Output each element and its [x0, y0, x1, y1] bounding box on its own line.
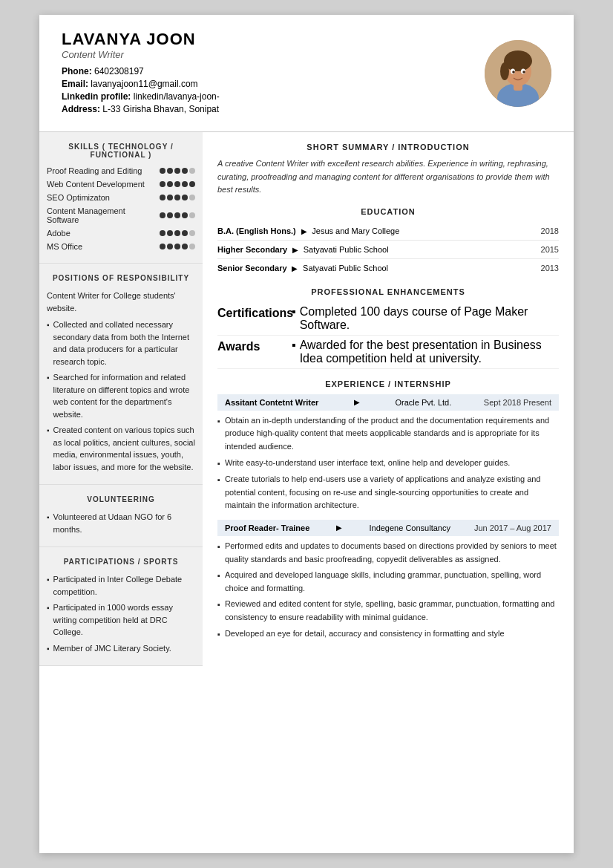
skill-dots — [160, 168, 195, 174]
job-bullet: Reviewed and edited content for style, s… — [217, 598, 559, 624]
job-entry: Assitant Contetnt Writer ▶ Oracle Pvt. L… — [217, 394, 559, 512]
skill-name: Content Management Software — [47, 206, 160, 224]
avatar — [485, 40, 551, 107]
skill-dot — [174, 230, 180, 236]
job-entry: Proof Reader- Trainee ▶ Indegene Consult… — [217, 520, 559, 641]
skill-dots — [160, 181, 195, 187]
edu-degree: Higher Secondary — [217, 245, 287, 254]
education-row: B.A. (English Hons.) ▶ Jesus and Mary Co… — [217, 222, 559, 241]
svg-point-9 — [522, 71, 525, 74]
positions-bullet: Searched for information and related lit… — [47, 371, 195, 420]
skill-dot — [174, 168, 180, 174]
job-bullet: Performed edits and updates to documents… — [217, 540, 559, 566]
skill-row: Adobe — [47, 229, 195, 238]
participation-bullet: Participated in 1000 words essay writing… — [47, 601, 195, 639]
skill-dot — [189, 195, 195, 200]
skill-dot — [167, 230, 173, 236]
enhancement-label: Awards — [217, 339, 292, 365]
skill-dot — [189, 212, 195, 218]
skill-row: Web Content Development — [47, 180, 195, 189]
enhancement-bullet: Completed 100 days course of Page Maker … — [292, 305, 559, 332]
job-bullet: Create tutorials to help end-users use a… — [217, 473, 559, 512]
skill-row: SEO Optimizaton — [47, 193, 195, 202]
edu-left: Senior Secondary ▶ Satyavati Public Scho… — [217, 264, 541, 273]
enhancement-content: Awarded for the best presentation in Bus… — [292, 339, 559, 365]
skill-dot — [167, 195, 173, 200]
volunteering-title: VOLUNTEERING — [47, 495, 195, 503]
job-bullets: Obtain an in-depth understanding of the … — [217, 414, 559, 512]
email-label: Email: — [62, 79, 88, 89]
skill-dot — [160, 195, 165, 200]
participations-section: PARTICIPATIONS / SPORTS Participated in … — [39, 547, 203, 666]
volunteering-section: VOLUNTEERING Volunteered at Udaan NGO fo… — [39, 485, 203, 547]
volunteering-bullets: Volunteered at Udaan NGO for 6 months. — [47, 511, 195, 535]
skills-list: Proof Reading and EditingWeb Content Dev… — [47, 166, 195, 251]
edu-arrow: ▶ — [299, 227, 309, 235]
skill-dot — [174, 244, 180, 249]
job-bullet: Developed an eye for detail, accuracy an… — [217, 627, 559, 642]
edu-left: Higher Secondary ▶ Satyavati Public Scho… — [217, 245, 541, 254]
enhancements-list: CertificationsCompleted 100 days course … — [217, 302, 559, 369]
skill-dots — [160, 212, 195, 218]
job-company: Oracle Pvt. Ltd. — [395, 398, 451, 407]
skill-dot — [160, 230, 165, 236]
svg-point-8 — [512, 71, 515, 74]
edu-school: Satyavati Public School — [304, 245, 389, 254]
summary-section: SHORT SUMMARY / INTRODUCTION A creative … — [217, 143, 559, 197]
skill-dot — [167, 168, 173, 174]
skill-dot — [182, 168, 188, 174]
skill-dot — [189, 168, 195, 174]
skill-dot — [167, 212, 173, 218]
enhancement-row: AwardsAwarded for the best presentation … — [217, 336, 559, 369]
skill-dot — [174, 181, 180, 187]
content: SHORT SUMMARY / INTRODUCTION A creative … — [203, 132, 574, 666]
enhancement-content: Completed 100 days course of Page Maker … — [292, 305, 559, 332]
skill-dot — [174, 212, 180, 218]
education-row: Senior Secondary ▶ Satyavati Public Scho… — [217, 259, 559, 277]
education-row: Higher Secondary ▶ Satyavati Public Scho… — [217, 241, 559, 259]
positions-bullet: Collected and collated necessary seconda… — [47, 319, 195, 368]
edu-left: B.A. (English Hons.) ▶ Jesus and Mary Co… — [217, 226, 541, 235]
skill-row: MS Office — [47, 242, 195, 251]
positions-bullet: Created content on various topics such a… — [47, 424, 195, 473]
enhancement-bullet: Awarded for the best presentation in Bus… — [292, 339, 559, 365]
skill-dot — [160, 181, 165, 187]
summary-text: A creative Content Writer with excellent… — [217, 157, 559, 197]
skill-dots — [160, 195, 195, 200]
job-bullet: Acquired and developed language skills, … — [217, 569, 559, 595]
skill-row: Proof Reading and Editing — [47, 166, 195, 175]
skill-dot — [167, 181, 173, 187]
skills-section: SKILLS ( TECHNOLOGY / FUNCTIONAL ) Proof… — [39, 132, 203, 264]
job-company: Indegene Consultancy — [369, 523, 450, 532]
linkedin-label: Linkedin profile: — [62, 91, 131, 102]
address-value: L-33 Girisha Bhavan, Sonipat — [102, 104, 219, 114]
volunteering-bullet: Volunteered at Udaan NGO for 6 months. — [47, 511, 195, 535]
skill-dot — [182, 181, 188, 187]
job-arrow: ▶ — [354, 398, 360, 406]
edu-year: 2013 — [541, 264, 559, 273]
skill-dot — [182, 244, 188, 249]
skill-dot — [160, 212, 165, 218]
job-dates: Sept 2018 Present — [484, 398, 551, 407]
job-bullets: Performed edits and updates to documents… — [217, 540, 559, 641]
edu-degree: B.A. (English Hons.) — [217, 226, 296, 235]
phone-line: Phone: 6402308197 — [62, 66, 220, 76]
edu-arrow: ▶ — [290, 246, 301, 254]
header-info: LAVANYA JOON Content Writer Phone: 64023… — [62, 30, 220, 117]
linkedin-value: linkedin/lavanya-joon- — [134, 91, 220, 102]
skill-dot — [182, 195, 188, 200]
linkedin-line: Linkedin profile: linkedin/lavanya-joon- — [62, 91, 220, 102]
sidebar: SKILLS ( TECHNOLOGY / FUNCTIONAL ) Proof… — [39, 132, 203, 666]
skill-dots — [160, 230, 195, 236]
job-title: Proof Reader- Trainee — [225, 523, 309, 532]
skill-name: Proof Reading and Editing — [47, 166, 160, 175]
enhancement-row: CertificationsCompleted 100 days course … — [217, 302, 559, 336]
participation-bullet: Participated in Inter College Debate com… — [47, 573, 195, 598]
skill-name: SEO Optimizaton — [47, 193, 160, 202]
education-list: B.A. (English Hons.) ▶ Jesus and Mary Co… — [217, 222, 559, 277]
positions-bullets: Collected and collated necessary seconda… — [47, 319, 195, 473]
experience-title: EXPERIENCE / INTERNSHIP — [217, 379, 559, 388]
job-arrow: ▶ — [336, 523, 342, 532]
positions-title: POSITIONS OF RESPONSIBILITY — [47, 274, 195, 282]
edu-degree: Senior Secondary — [217, 264, 287, 273]
